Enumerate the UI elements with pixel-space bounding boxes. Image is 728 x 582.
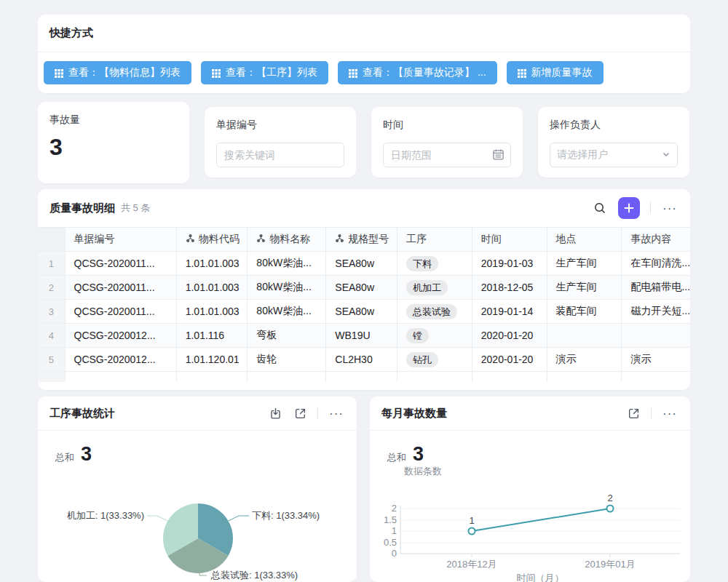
incident-detail-count: 共 5 条 [121, 202, 150, 215]
time-filter-card: 时间 [371, 107, 523, 178]
operator-filter-card: 操作负责人 请选择用户 [538, 107, 689, 178]
y-tick: 2 [392, 503, 397, 514]
pie-label-zongzhuang: 总装试验: 1(33.33%) [210, 570, 298, 581]
table-row[interactable]: 3 QCSG-2020011... 1.01.01.003 80kW柴油... … [38, 300, 690, 324]
data-point[interactable] [607, 506, 614, 512]
table-row[interactable]: 1 QCSG-2020011... 1.01.01.003 80kW柴油... … [38, 252, 690, 276]
data-point[interactable] [469, 528, 475, 535]
incident-count-label: 事故量 [50, 113, 178, 127]
column-header-process: 工序 [397, 228, 472, 252]
shortcuts-card: 快捷方式 查看：【物料信息】列表 查看：【工序】列表 查看：【质量事故记录】 .… [38, 15, 690, 93]
process-stats-card: 工序事故统计 ··· 总和 3 下料: 1(33.34%) 总装试验: 1(33… [38, 396, 357, 582]
operator-select-placeholder: 请选择用户 [557, 148, 608, 162]
monthly-count-header: 每月事故数量 ··· [370, 396, 690, 431]
divider [317, 407, 318, 419]
column-header-material-name: 物料名称 [248, 228, 326, 252]
chevron-down-icon [662, 149, 670, 161]
x-tick: 2019年01月 [585, 559, 635, 570]
column-header-place: 地点 [547, 228, 622, 252]
table-row[interactable]: 4 QCSG-2020012... 1.01.116 弯板 WB19U 镗 20… [38, 324, 690, 348]
process-tag: 总装试验 [406, 304, 457, 319]
shortcuts-title: 快捷方式 [50, 26, 93, 40]
pie-callout-line [147, 516, 167, 521]
shortcuts-buttons: 查看：【物料信息】列表 查看：【工序】列表 查看：【质量事故记录】 ... 新增… [38, 52, 690, 93]
monthly-count-title: 每月事故数量 [381, 407, 447, 420]
grid-icon [212, 68, 221, 77]
open-in-new-icon[interactable] [626, 406, 641, 421]
data-point-label: 2 [607, 493, 612, 503]
total-label: 总和 [387, 451, 406, 464]
incident-detail-header: 质量事故明细 共 5 条 ··· [38, 189, 690, 227]
column-header-content: 事故内容 [622, 228, 690, 252]
pie-label-xialiao: 下料: 1(33.34%) [252, 510, 320, 521]
download-icon[interactable] [268, 406, 283, 421]
table-add-button[interactable] [618, 197, 640, 219]
doc-number-search-input[interactable] [216, 143, 344, 167]
table-empty-row [38, 372, 690, 382]
doc-number-label: 单据编号 [216, 119, 344, 132]
table-header-row: 单据编号 物料代码 物料名称 规格型号 工序 时间 地点 事故内容 操作负责人 [38, 228, 690, 252]
monthly-line-chart: 数据条数 2 1.5 1 0.5 0 1 2 2018年12月 2019年01月… [370, 466, 690, 582]
row-number-header [38, 228, 65, 252]
time-label: 时间 [383, 119, 511, 132]
total-label: 总和 [55, 451, 74, 464]
incident-detail-title: 质量事故明细 [50, 202, 115, 215]
y-tick: 1.5 [384, 514, 397, 525]
column-header-doc: 单据编号 [65, 228, 176, 252]
incident-table: 单据编号 物料代码 物料名称 规格型号 工序 时间 地点 事故内容 操作负责人 … [38, 227, 690, 382]
grid-icon [55, 68, 63, 77]
incident-count-card: 事故量 3 [38, 102, 189, 183]
y-tick: 0 [392, 548, 397, 559]
shortcut-add-incident-button[interactable]: 新增质量事故 [507, 61, 604, 84]
shortcuts-header: 快捷方式 [38, 15, 690, 52]
process-stats-summary: 总和 3 [38, 431, 357, 466]
process-tag: 钻孔 [406, 352, 438, 367]
pie-label-jijiagong: 机加工: 1(33.33%) [67, 510, 144, 521]
column-header-material-code: 物料代码 [176, 228, 248, 252]
table-row[interactable]: 2 QCSG-2020011... 1.01.01.003 80kW柴油... … [38, 276, 690, 300]
table-more-button[interactable]: ··· [661, 201, 678, 216]
process-tag: 镗 [406, 328, 429, 343]
doc-number-filter-card: 单据编号 [205, 107, 356, 178]
divider [650, 202, 651, 214]
column-header-time: 时间 [472, 228, 547, 252]
incident-count-value: 3 [50, 135, 178, 159]
grid-icon [518, 68, 526, 77]
pie-callout-line [229, 516, 249, 521]
shortcut-view-material-list-button[interactable]: 查看：【物料信息】列表 [44, 61, 191, 84]
chart-more-button[interactable]: ··· [661, 406, 678, 421]
x-tick: 2018年12月 [446, 559, 496, 570]
table-search-button[interactable] [592, 200, 608, 216]
monthly-count-summary: 总和 3 [370, 431, 690, 466]
process-tag: 机加工 [406, 280, 448, 295]
total-value: 3 [413, 443, 424, 466]
shortcut-button-label: 查看：【质量事故记录】 ... [363, 66, 486, 79]
process-pie-chart: 下料: 1(33.34%) 总装试验: 1(33.33%) 机加工: 1(33.… [38, 469, 357, 582]
table-row[interactable]: 5 QCSG-2020012... 1.01.120.01 齿轮 CL2H30 … [38, 348, 690, 372]
x-axis-label: 时间（月） [517, 573, 564, 582]
chart-more-button[interactable]: ··· [328, 406, 345, 421]
y-tick: 1 [392, 525, 397, 536]
divider [651, 407, 652, 419]
data-point-label: 1 [469, 515, 474, 526]
shortcut-button-label: 查看：【工序】列表 [226, 66, 317, 79]
open-in-new-icon[interactable] [293, 406, 308, 421]
operator-label: 操作负责人 [550, 119, 678, 132]
y-axis-label: 数据条数 [403, 466, 442, 477]
shortcut-view-incident-records-button[interactable]: 查看：【质量事故记录】 ... [338, 61, 497, 84]
calendar-icon [492, 148, 505, 161]
process-tag: 下料 [406, 256, 438, 271]
relation-icon [335, 234, 344, 245]
total-value: 3 [81, 443, 92, 466]
shortcut-button-label: 查看：【物料信息】列表 [68, 66, 181, 79]
filter-row: 事故量 3 单据编号 时间 操作负责人 请选择用户 [38, 102, 690, 183]
operator-select[interactable]: 请选择用户 [550, 143, 678, 167]
relation-icon [186, 234, 195, 245]
process-stats-header: 工序事故统计 ··· [38, 396, 357, 431]
monthly-count-card: 每月事故数量 ··· 总和 3 数据条数 2 1.5 1 0.5 0 1 2 2… [370, 396, 690, 582]
incident-detail-card: 质量事故明细 共 5 条 ··· 单据编号 物料代码 物料名称 [38, 189, 690, 390]
process-stats-title: 工序事故统计 [50, 407, 115, 420]
relation-icon [256, 234, 266, 245]
shortcut-view-process-list-button[interactable]: 查看：【工序】列表 [201, 61, 328, 84]
grid-icon [349, 68, 357, 77]
